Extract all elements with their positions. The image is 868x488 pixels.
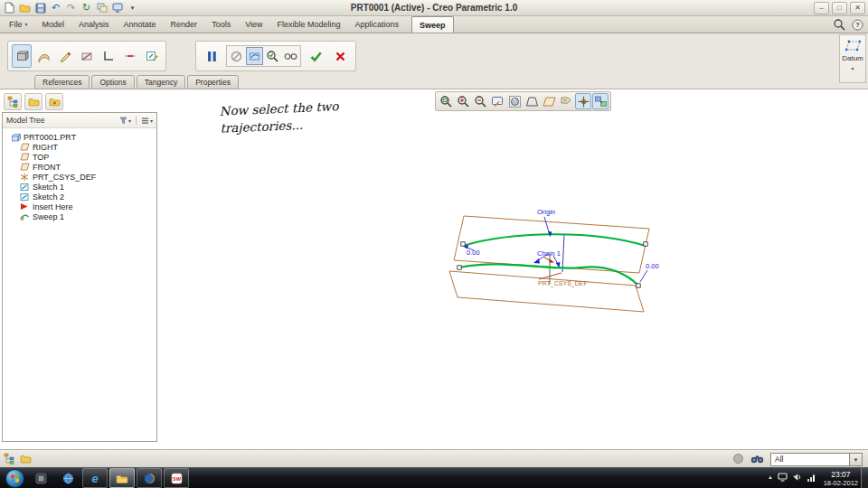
- curve-endpoint-handle[interactable]: [458, 266, 461, 269]
- tree-item-prt-csys-def[interactable]: PRT_CSYS_DEF: [3, 172, 156, 182]
- verify-toggle[interactable]: [264, 47, 281, 65]
- csys-label[interactable]: PRT_CSYS_DEF: [538, 280, 588, 287]
- annotation-display-icon[interactable]: [558, 93, 574, 109]
- folder-browser-icon[interactable]: [20, 454, 32, 464]
- dashboard-tab-options[interactable]: Options: [91, 75, 134, 89]
- display-tray-icon[interactable]: [778, 473, 788, 482]
- taskbar-windows-explorer-button[interactable]: [109, 468, 135, 488]
- trajectory-curve-1[interactable]: [463, 234, 646, 246]
- help-icon[interactable]: ?: [851, 18, 864, 32]
- graphics-area[interactable]: Model Tree ▾ ▾ PRT0001.PRTRIGHTTOPFRONTP…: [0, 89, 868, 449]
- preview-toggle-group: [226, 45, 301, 67]
- show-desktop-button[interactable]: [861, 468, 868, 488]
- tab-label: View: [245, 16, 262, 33]
- chevron-down-icon[interactable]: ▼: [849, 454, 862, 465]
- sweep-preview-sketch[interactable]: Origin 0.00 Chain 1 0.00 PRT_CSYS_DEF: [432, 202, 685, 328]
- view-manager-icon[interactable]: [592, 93, 609, 109]
- chain-label[interactable]: Chain 1: [537, 249, 561, 258]
- zoom-out-icon[interactable]: [472, 93, 488, 109]
- maximize-icon[interactable]: □: [832, 2, 847, 14]
- tree-item-prt0001-prt[interactable]: PRT0001.PRT: [3, 132, 156, 142]
- tree-item-top[interactable]: TOP: [3, 152, 156, 162]
- solid-button[interactable]: [12, 44, 32, 68]
- search-binoculars-icon[interactable]: [750, 455, 764, 464]
- glasses-toggle[interactable]: [282, 47, 299, 65]
- tray-expand-icon[interactable]: ▲: [768, 474, 773, 480]
- dashboard-tab-properties[interactable]: Properties: [187, 75, 239, 89]
- start-button[interactable]: [5, 469, 24, 488]
- tab-flexible-modeling[interactable]: Flexible Modeling: [270, 16, 348, 33]
- perspective-icon[interactable]: [524, 93, 540, 109]
- taskbar-solidworks-button[interactable]: SW: [164, 468, 189, 488]
- curve-endpoint-handle[interactable]: [644, 242, 647, 246]
- tab-view[interactable]: View: [238, 16, 269, 33]
- taskbar-globe-app-button[interactable]: [55, 468, 80, 488]
- thin-button[interactable]: [99, 44, 118, 68]
- datum-display-icon[interactable]: [541, 93, 557, 109]
- search-icon[interactable]: [833, 18, 846, 32]
- right-dimension-label[interactable]: 0.00: [646, 262, 659, 270]
- model-tree-panel: Model Tree ▾ ▾ PRT0001.PRTRIGHTTOPFRONTP…: [2, 112, 157, 442]
- tree-settings-button[interactable]: ▾: [141, 117, 153, 125]
- taskbar-firefox-button[interactable]: [137, 468, 162, 488]
- tab-sweep[interactable]: Sweep: [411, 16, 454, 33]
- taskbar-internet-explorer-button[interactable]: e: [82, 468, 108, 488]
- tab-render[interactable]: Render: [164, 16, 205, 33]
- dashboard-tab-tangency[interactable]: Tangency: [137, 75, 185, 89]
- tree-item-sketch-1[interactable]: Sketch 1: [3, 182, 156, 192]
- close-icon[interactable]: ✕: [850, 2, 865, 14]
- ok-button[interactable]: [306, 44, 326, 68]
- origin-label[interactable]: Origin: [537, 208, 555, 216]
- selection-filter-combobox[interactable]: All ▼: [770, 453, 863, 466]
- right-dim-leader: [640, 270, 647, 282]
- zoom-in-icon[interactable]: [455, 93, 471, 109]
- tab-annotate[interactable]: Annotate: [117, 16, 164, 33]
- model-tree-title: Model Tree: [6, 116, 119, 125]
- refit-icon[interactable]: [438, 93, 454, 109]
- tree-nav-icon[interactable]: [4, 93, 22, 110]
- chain-reference-line: [562, 234, 564, 272]
- curve-endpoint-handle[interactable]: [461, 242, 465, 246]
- spin-center-icon[interactable]: [575, 93, 591, 109]
- taskbar-media-app-button[interactable]: [28, 468, 53, 488]
- repaint-icon[interactable]: [489, 93, 505, 109]
- tab-analysis[interactable]: Analysis: [71, 16, 117, 33]
- tree-item-front[interactable]: FRONT: [3, 162, 156, 172]
- remove-material-button[interactable]: [77, 44, 97, 68]
- tab-model[interactable]: Model: [35, 16, 72, 33]
- sketch-button[interactable]: [55, 44, 75, 68]
- folder-nav-icon[interactable]: [24, 93, 42, 110]
- folder-add-icon[interactable]: [45, 93, 63, 110]
- tab-label: Render: [171, 16, 198, 33]
- section-line-button[interactable]: [120, 44, 140, 68]
- tree-filter-button[interactable]: ▾: [119, 117, 131, 125]
- sketch-item-icon: [19, 183, 30, 192]
- display-style-icon[interactable]: [506, 93, 523, 109]
- curve-endpoint-handle[interactable]: [637, 284, 640, 287]
- surface-button[interactable]: [33, 44, 53, 68]
- taskbar-clock[interactable]: 23:07 18-02-2012: [824, 470, 858, 487]
- datum-group[interactable]: Datum ▾: [839, 34, 866, 83]
- tree-item-sketch-2[interactable]: Sketch 2: [3, 192, 156, 202]
- minimize-icon[interactable]: ‒: [814, 2, 829, 14]
- cancel-button[interactable]: [330, 44, 350, 68]
- status-bar: All ▼: [0, 449, 868, 467]
- pause-button[interactable]: [202, 44, 222, 68]
- selection-filter-value: All: [771, 454, 849, 465]
- left-dimension-label[interactable]: 0.00: [467, 249, 480, 257]
- csys-icon: [19, 173, 30, 182]
- tab-applications[interactable]: Applications: [348, 16, 407, 33]
- tree-item-sweep-1[interactable]: Sweep 1: [3, 211, 156, 221]
- tree-item-insert-here[interactable]: Insert Here: [3, 202, 156, 211]
- tab-tools[interactable]: Tools: [204, 16, 238, 33]
- dashboard-tab-references[interactable]: References: [34, 75, 90, 89]
- network-tray-icon[interactable]: [807, 474, 816, 482]
- tab-file[interactable]: File▾: [2, 16, 35, 33]
- tree-item-right[interactable]: RIGHT: [3, 142, 156, 152]
- tab-label: File: [9, 16, 23, 33]
- no-preview-toggle[interactable]: [228, 47, 245, 65]
- edit-sketch-button[interactable]: [142, 44, 162, 68]
- model-tree-toggle-icon[interactable]: [4, 453, 15, 465]
- volume-tray-icon[interactable]: [792, 473, 802, 482]
- attached-preview-toggle[interactable]: [246, 47, 263, 65]
